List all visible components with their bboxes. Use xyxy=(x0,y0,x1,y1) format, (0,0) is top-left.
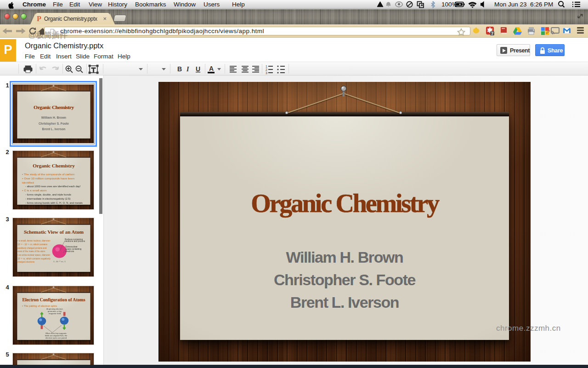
svg-text:neutrons and protons: neutrons and protons xyxy=(65,241,85,243)
svg-text:electron spins are paired: electron spins are paired xyxy=(45,337,67,339)
svg-text:1 - 10⁻¹⁰ m - 1: 1 - 10⁻¹⁰ m - 1 xyxy=(53,260,66,263)
svg-text:A: A xyxy=(209,65,214,72)
svg-text:electrons: electrons xyxy=(66,250,75,253)
svg-text:B: B xyxy=(177,65,182,73)
svg-text:magnetic field: magnetic field xyxy=(49,312,61,315)
svg-text:U: U xyxy=(196,65,200,73)
svg-text:2: 2 xyxy=(266,68,267,71)
svg-text:I: I xyxy=(186,66,189,73)
svg-text:3: 3 xyxy=(266,71,267,75)
svg-text:1: 1 xyxy=(266,65,267,68)
svg-text:7: 7 xyxy=(491,31,493,36)
